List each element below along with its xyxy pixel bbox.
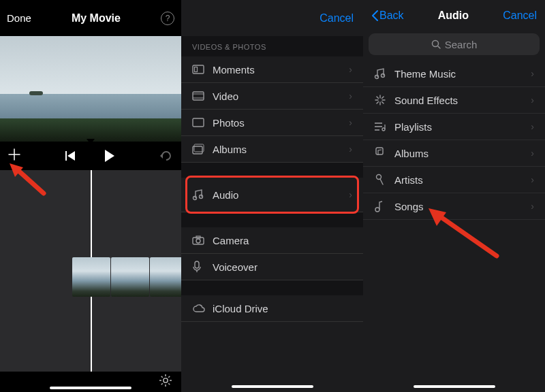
chevron-right-icon: › (531, 121, 534, 132)
home-indicator (414, 385, 495, 388)
clip-thumbnail[interactable] (111, 257, 149, 297)
media-sources-list: Moments › Video › Photos › Albums › (181, 56, 363, 163)
done-button[interactable]: Done (7, 12, 31, 24)
search-icon (431, 39, 441, 49)
chevron-right-icon: › (349, 189, 352, 200)
svg-line-26 (438, 46, 440, 48)
video-preview[interactable] (0, 36, 181, 142)
song-note-icon (374, 200, 394, 212)
photos-icon (192, 118, 213, 127)
chevron-right-icon: › (531, 68, 534, 79)
audio-panel: Back Audio Cancel Search Theme Music › S… (363, 0, 545, 392)
media-picker-panel: Cancel VIDEOS & PHOTOS Moments › Video ›… (181, 0, 363, 392)
album-icon (374, 147, 394, 159)
chevron-right-icon: › (349, 91, 352, 101)
svg-rect-23 (195, 261, 199, 268)
chevron-right-icon: › (531, 95, 534, 105)
row-audio[interactable]: Audio › (181, 178, 363, 212)
moments-icon (192, 65, 213, 74)
project-title: My Movie (72, 12, 121, 24)
svg-line-5 (161, 376, 163, 378)
audio-title: Audio (438, 10, 469, 22)
svg-rect-15 (193, 118, 204, 127)
clip-track[interactable] (72, 257, 181, 297)
row-label: Audio (213, 189, 349, 201)
editor-footer (0, 372, 181, 392)
row-label: Camera (213, 235, 352, 246)
svg-line-35 (377, 102, 379, 104)
chevron-right-icon: › (531, 148, 534, 159)
timeline[interactable] (0, 170, 181, 372)
back-label: Back (379, 10, 404, 22)
row-songs[interactable]: Songs › (363, 193, 545, 220)
svg-rect-42 (376, 148, 383, 154)
clip-thumbnail[interactable] (150, 257, 181, 297)
row-moments[interactable]: Moments › (181, 56, 363, 83)
cancel-button[interactable]: Cancel (503, 10, 537, 22)
row-albums[interactable]: Albums › (181, 136, 363, 163)
editor-header: Done My Movie ? (0, 0, 181, 36)
row-label: Sound Effects (394, 95, 531, 106)
svg-line-6 (168, 383, 170, 385)
cloud-icon (192, 304, 213, 313)
settings-button[interactable] (159, 374, 172, 389)
row-label: Playlists (394, 121, 531, 133)
skip-to-start-button[interactable] (65, 151, 76, 161)
row-video[interactable]: Video › (181, 83, 363, 110)
microphone-icon (192, 261, 213, 273)
chevron-right-icon: › (531, 201, 534, 212)
svg-point-18 (193, 197, 197, 200)
music-note-icon (192, 189, 213, 201)
svg-line-34 (382, 102, 384, 104)
svg-point-19 (200, 195, 203, 199)
svg-point-28 (382, 74, 385, 78)
svg-rect-11 (195, 67, 198, 72)
chevron-right-icon: › (349, 64, 352, 75)
row-artists[interactable]: Artists › (363, 167, 545, 193)
svg-point-27 (375, 76, 379, 79)
playlist-icon (374, 122, 394, 131)
svg-line-7 (161, 383, 163, 385)
cancel-button[interactable]: Cancel (320, 12, 354, 24)
row-label: iCloud Drive (213, 303, 352, 314)
svg-line-46 (438, 215, 497, 256)
home-indicator (232, 385, 313, 388)
svg-line-33 (377, 97, 379, 99)
chevron-right-icon: › (531, 174, 534, 185)
row-label: Albums (213, 144, 349, 155)
undo-button[interactable] (159, 150, 173, 161)
search-field[interactable]: Search (369, 33, 540, 55)
row-label: Artists (394, 174, 531, 186)
row-icloud-drive[interactable]: iCloud Drive (181, 295, 363, 322)
chevron-right-icon: › (349, 117, 352, 128)
transport-bar (0, 142, 181, 170)
home-indicator (50, 387, 131, 389)
music-note-icon (374, 67, 394, 80)
play-button[interactable] (104, 150, 114, 162)
back-button[interactable]: Back (371, 10, 404, 22)
video-icon (192, 91, 213, 101)
row-photos[interactable]: Photos › (181, 110, 363, 136)
row-playlists[interactable]: Playlists › (363, 114, 545, 140)
chevron-left-icon (371, 10, 378, 21)
camera-icon (192, 235, 213, 245)
row-theme-music[interactable]: Theme Music › (363, 61, 545, 87)
section-header-videos-photos: VIDEOS & PHOTOS (181, 36, 363, 56)
add-media-button[interactable] (8, 148, 20, 163)
clip-thumbnail[interactable] (72, 257, 110, 297)
svg-point-0 (164, 378, 168, 382)
audio-header: Back Audio Cancel (363, 0, 545, 31)
editor-panel: Done My Movie ? (0, 0, 181, 392)
row-label: Albums (394, 148, 531, 159)
row-sound-effects[interactable]: Sound Effects › (363, 87, 545, 114)
help-button[interactable]: ? (161, 12, 174, 25)
row-camera[interactable]: Camera (181, 227, 363, 254)
microphone-icon (374, 174, 394, 186)
row-albums[interactable]: Albums › (363, 140, 545, 167)
row-label: Voiceover (213, 261, 352, 273)
row-voiceover[interactable]: Voiceover (181, 254, 363, 280)
svg-point-43 (377, 175, 382, 180)
svg-point-25 (432, 41, 438, 47)
svg-line-44 (380, 179, 383, 184)
picker-header: Cancel (181, 0, 363, 36)
